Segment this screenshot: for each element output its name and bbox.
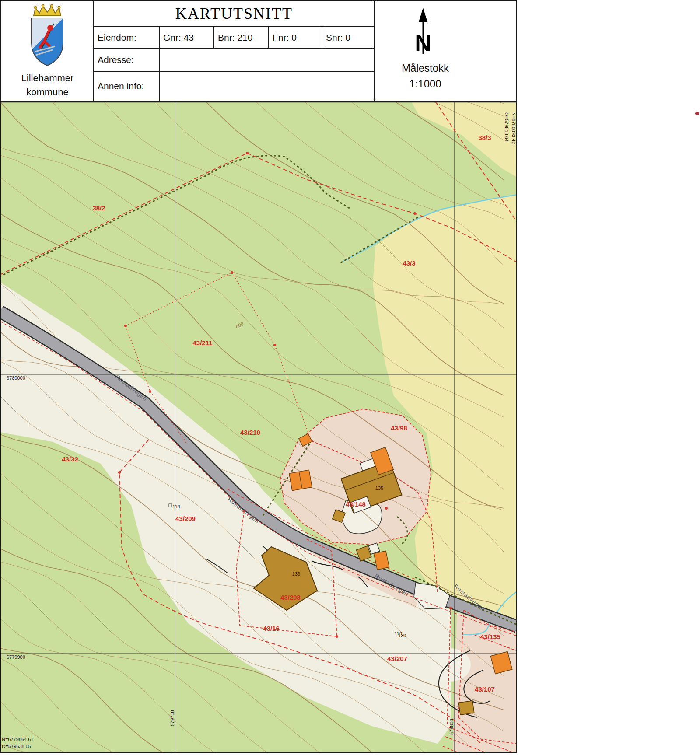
- municipality-name-2: kommune: [1, 87, 94, 98]
- parcel-label: 43/208: [280, 594, 301, 601]
- house-number: 135: [375, 486, 383, 491]
- coat-of-arms: [1, 1, 94, 71]
- title-block: Lillehammer kommune KARTUTSNITT Eiendom:…: [0, 0, 517, 101]
- annen-info-value: [160, 72, 374, 101]
- header-table: KARTUTSNITT Eiendom: Gnr: 43 Bnr: 210 Fn…: [94, 1, 375, 101]
- corner-coordinate-n: N=6780093.42: [511, 112, 516, 144]
- parcel-label: 43/98: [391, 424, 407, 432]
- marker-dot: [695, 112, 699, 115]
- bnr-value: Bnr: 210: [214, 27, 269, 49]
- north-letter: N: [415, 30, 431, 56]
- grid-north-label: 6780000: [7, 375, 25, 381]
- parcel-label: 38/3: [478, 134, 491, 141]
- gnr-value: Gnr: 43: [160, 27, 214, 49]
- parcel-label: 43/107: [475, 685, 495, 693]
- corner-coordinate-o: O=579818.64: [504, 112, 509, 142]
- adresse-value: [160, 49, 374, 72]
- parcel-label: 43/16: [263, 625, 280, 632]
- grid-east-label: 579700: [170, 710, 175, 726]
- parcel-label: 43/211: [192, 339, 212, 346]
- house-number: 136: [292, 571, 300, 577]
- parcel-label: 38/2: [92, 204, 105, 212]
- map-area: 38/2 38/3 43/3 43/211 43/210 43/98 43/32…: [0, 101, 517, 753]
- parcel-label: 43/32: [62, 455, 78, 463]
- municipality-box: Lillehammer kommune: [1, 1, 94, 101]
- building-southeast-shed: [458, 701, 474, 715]
- map-canvas: 38/2 38/3 43/3 43/211 43/210 43/98 43/32…: [0, 101, 517, 753]
- parcel-label: 43/3: [402, 259, 415, 267]
- parcel-label: 43/135: [480, 633, 500, 640]
- grid-north-label: 6779900: [7, 654, 25, 660]
- scale-value: 1:1000: [379, 78, 471, 90]
- parcel-label: 43/209: [175, 515, 196, 522]
- house-number-small: 114: [394, 631, 402, 636]
- sheet-title: KARTUTSNITT: [94, 1, 374, 27]
- eiendom-label: Eiendom:: [94, 27, 160, 49]
- scale-label: Målestokk: [379, 62, 471, 74]
- scale-box: N Målestokk 1:1000: [375, 1, 517, 101]
- house-number: 114: [172, 504, 180, 509]
- municipality-name: Lillehammer: [1, 73, 94, 84]
- corner-coordinate-o: O=579638.05: [2, 744, 31, 749]
- fnr-value: Fnr: 0: [269, 27, 322, 49]
- annen-info-label: Annen info:: [94, 72, 160, 101]
- north-arrow-icon: N: [411, 5, 435, 57]
- grid-east-label: 579800: [449, 719, 454, 735]
- snr-value: Snr: 0: [322, 27, 374, 49]
- map-sheet: Lillehammer kommune KARTUTSNITT Eiendom:…: [0, 0, 517, 755]
- parcel-label: 43/210: [240, 429, 260, 436]
- corner-coordinate-n: N=6779864.61: [2, 737, 33, 742]
- parcel-label: 43/148: [346, 500, 366, 508]
- adresse-label: Adresse:: [94, 49, 160, 72]
- parcel-label: 43/207: [387, 655, 407, 662]
